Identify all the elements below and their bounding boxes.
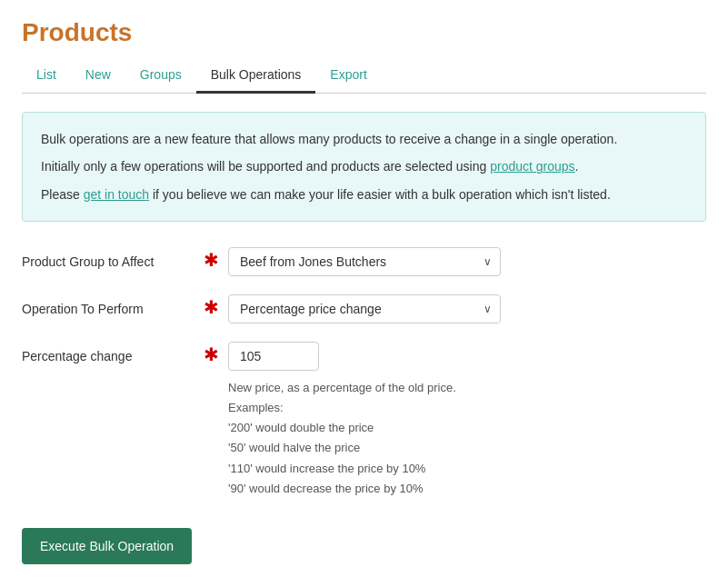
percentage-input[interactable] <box>228 342 319 371</box>
bulk-operations-form: Product Group to Affect ✱ Beef from Jone… <box>22 247 706 564</box>
product-groups-link[interactable]: product groups <box>490 159 574 174</box>
info-line-2: Initially only a few operations will be … <box>41 156 687 176</box>
percentage-control: New price, as a percentage of the old pr… <box>228 342 456 499</box>
operation-control: Percentage price change <box>228 294 501 323</box>
info-box: Bulk operations are a new feature that a… <box>22 112 706 222</box>
operation-label: Operation To Perform <box>22 294 204 316</box>
product-group-control: Beef from Jones Butchers <box>228 247 501 276</box>
product-group-required-icon: ✱ <box>204 251 219 269</box>
percentage-required-icon: ✱ <box>204 345 219 363</box>
product-group-select-wrapper[interactable]: Beef from Jones Butchers <box>228 247 501 276</box>
tab-groups[interactable]: Groups <box>125 58 196 94</box>
get-in-touch-link[interactable]: get in touch <box>84 187 149 202</box>
product-group-row: Product Group to Affect ✱ Beef from Jone… <box>22 247 706 276</box>
page-title: Products <box>22 18 706 47</box>
tab-list[interactable]: List <box>22 58 71 94</box>
product-group-label: Product Group to Affect <box>22 247 204 269</box>
tab-new[interactable]: New <box>71 58 125 94</box>
tab-bulk-operations[interactable]: Bulk Operations <box>196 58 316 94</box>
operation-row: Operation To Perform ✱ Percentage price … <box>22 294 706 323</box>
product-group-select[interactable]: Beef from Jones Butchers <box>228 247 501 276</box>
percentage-change-label: Percentage change <box>22 342 204 363</box>
operation-required-icon: ✱ <box>204 298 219 316</box>
percentage-change-row: Percentage change ✱ New price, as a perc… <box>22 342 706 499</box>
operation-select-wrapper[interactable]: Percentage price change <box>228 294 501 323</box>
percentage-help-text: New price, as a percentage of the old pr… <box>228 378 456 499</box>
tab-export[interactable]: Export <box>315 58 381 94</box>
info-line-3: Please get in touch if you believe we ca… <box>41 184 687 204</box>
execute-button[interactable]: Execute Bulk Operation <box>22 528 192 564</box>
tab-navigation: List New Groups Bulk Operations Export <box>22 58 706 94</box>
operation-select[interactable]: Percentage price change <box>228 294 501 323</box>
info-line-1: Bulk operations are a new feature that a… <box>41 129 687 149</box>
